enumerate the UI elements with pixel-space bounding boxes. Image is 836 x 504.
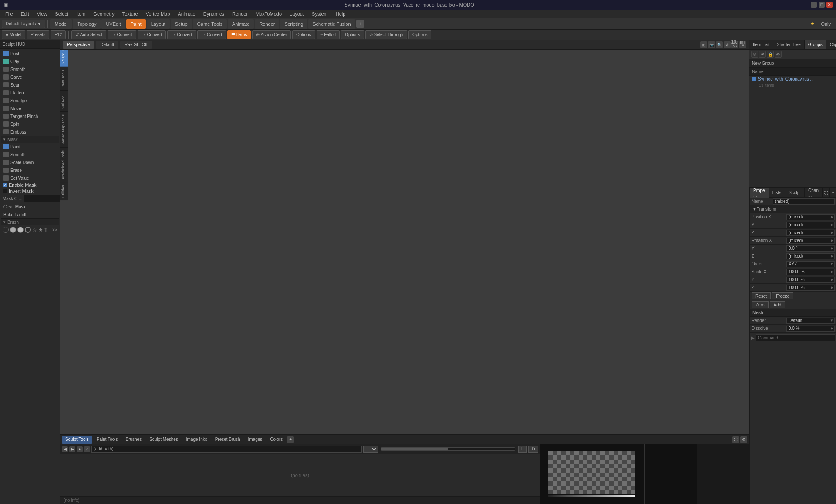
menu-item[interactable]: Item	[73, 11, 89, 17]
tool-spin[interactable]: Spin	[1, 120, 59, 128]
bottom-tab-brushes[interactable]: Brushes	[122, 436, 145, 444]
menu-view[interactable]: View	[34, 11, 51, 17]
bottom-tab-sculpt-tools[interactable]: Sculpt Tools	[62, 436, 92, 444]
scale-y-value[interactable]: 100.0 % ▶	[786, 277, 835, 283]
tab-schematic[interactable]: Schematic Fusion	[308, 19, 355, 29]
props-plus-icon[interactable]: +	[829, 188, 836, 198]
menu-texture[interactable]: Texture	[119, 11, 142, 17]
brush-dot-1[interactable]	[3, 227, 9, 233]
right-tab-clips[interactable]: Clips	[826, 40, 836, 50]
tab-render[interactable]: Render	[255, 19, 279, 29]
fp-f-button[interactable]: F	[518, 446, 527, 453]
rotation-y-value[interactable]: 0.0 ° ▶	[786, 245, 835, 252]
props-tab-sculpt[interactable]: Sculpt	[785, 188, 805, 198]
options-button-2[interactable]: Options	[341, 30, 364, 39]
brush-more-icon[interactable]: >>	[52, 228, 57, 232]
vp-tab-default[interactable]: Default	[96, 41, 118, 49]
tool-set-value[interactable]: Set Value	[1, 174, 59, 182]
tool-erase[interactable]: Erase	[1, 166, 59, 174]
scale-z-value[interactable]: 100.0 % ▶	[786, 285, 835, 291]
mode-toggle[interactable]: ● Model	[2, 30, 25, 39]
filepath-input[interactable]	[91, 446, 362, 453]
tool-bake-falloff[interactable]: Bake Falloff	[1, 211, 59, 218]
tab-model[interactable]: Model	[50, 19, 72, 29]
fp-back-button[interactable]: ◀	[62, 446, 68, 452]
tool-move[interactable]: Move	[1, 104, 59, 112]
rotation-x-value[interactable]: (mixed) ▶	[786, 238, 835, 244]
bottom-tab-images[interactable]: Images	[245, 436, 266, 444]
rotation-z-value[interactable]: (mixed) ▶	[786, 253, 835, 259]
position-y-value[interactable]: (mixed) ▶	[786, 222, 835, 228]
brush-text-icon[interactable]: T	[44, 227, 47, 232]
right-tab-groups[interactable]: Groups	[805, 40, 826, 50]
menu-render[interactable]: Render	[229, 11, 251, 17]
mask-section[interactable]: ▼ Mask	[1, 136, 59, 143]
tool-scale-down[interactable]: Scale Down	[1, 158, 59, 166]
tool-mask-smooth[interactable]: Smooth	[1, 151, 59, 158]
props-tab-lists[interactable]: Lists	[769, 188, 785, 198]
dissolve-value[interactable]: 0.0 % ▶	[786, 326, 835, 332]
freeze-button[interactable]: Freeze	[772, 292, 793, 299]
items-button[interactable]: ☰ Items	[227, 30, 251, 39]
item-icon-3[interactable]: 🔒	[767, 51, 774, 58]
brush-section[interactable]: ▼ Brush	[1, 218, 59, 225]
menu-dynamics[interactable]: Dynamics	[200, 11, 228, 17]
tab-animate[interactable]: Animate	[228, 19, 254, 29]
tool-scar[interactable]: Scar	[1, 81, 59, 89]
invert-mask-checkbox-row[interactable]: Invert Mask	[1, 188, 59, 194]
item-entry-1[interactable]: Syringe_with_Coronavirus ...	[749, 76, 836, 82]
menu-maxto[interactable]: MaxToModo	[252, 11, 285, 17]
bottom-tab-paint-tools[interactable]: Paint Tools	[93, 436, 121, 444]
auto-select-button[interactable]: ↺ Auto Select	[71, 30, 106, 39]
convert-button-3[interactable]: → Convert	[167, 30, 196, 39]
mask-opacity-input[interactable]	[24, 195, 60, 202]
props-expand-icon[interactable]: ⛶	[823, 188, 829, 198]
viewport[interactable]: Perspective Default Ray GL: Off ⊞ 📷 🔍 ⚙ …	[60, 40, 749, 50]
props-mesh-header[interactable]: Mesh	[750, 309, 836, 317]
menu-select[interactable]: Select	[51, 11, 72, 17]
item-icon-2[interactable]: 👁	[759, 51, 766, 58]
enable-mask-checkbox[interactable]: ✓	[3, 183, 7, 187]
bottom-tab-colors[interactable]: Colors	[266, 436, 286, 444]
minimize-button[interactable]: ─	[811, 2, 817, 8]
tab-scripting[interactable]: Scripting	[280, 19, 307, 29]
bottom-tab-sculpt-meshes[interactable]: Sculpt Meshes	[146, 436, 182, 444]
vp-icon-grid[interactable]: ⊞	[700, 41, 707, 48]
brush-dot-2[interactable]	[10, 227, 16, 233]
render-value[interactable]: Default ▼	[786, 318, 835, 324]
brush-dot-3[interactable]	[17, 227, 24, 233]
bottom-expand-icon[interactable]: ⛶	[732, 436, 739, 443]
secondary-icon-f12[interactable]: F12	[51, 30, 66, 39]
order-value[interactable]: XYZ ▼	[786, 261, 835, 267]
close-button[interactable]: ✕	[826, 2, 833, 8]
tool-smudge[interactable]: Smudge	[1, 97, 59, 104]
props-tab-properties[interactable]: Prope ...	[750, 188, 769, 198]
tool-carve[interactable]: Carve	[1, 73, 59, 81]
menu-edit[interactable]: Edit	[17, 11, 33, 17]
add-tab-button[interactable]: +	[356, 20, 364, 28]
presets-button[interactable]: Presets	[27, 30, 49, 39]
brush-star-2-icon[interactable]: ★	[38, 227, 43, 233]
menu-geometry[interactable]: Geometry	[90, 11, 118, 17]
tool-tangent-pinch[interactable]: Tangent Pinch	[1, 112, 59, 120]
fp-type-select[interactable]	[363, 446, 378, 453]
tab-game-tools[interactable]: Game Tools	[193, 19, 227, 29]
reset-button[interactable]: Reset	[752, 292, 771, 299]
props-transform-header[interactable]: ▼ Transform	[750, 205, 836, 213]
zero-button[interactable]: Zero	[752, 301, 769, 308]
add-button[interactable]: Add	[770, 301, 785, 308]
fp-home-button[interactable]: ⌂	[84, 446, 90, 452]
props-tab-chan[interactable]: Chan ...	[805, 188, 823, 198]
falloff-button[interactable]: ~ Falloff	[317, 30, 340, 39]
tab-topology[interactable]: Topology	[73, 19, 101, 29]
tool-mask-paint[interactable]: Paint	[1, 143, 59, 151]
tool-smooth-1[interactable]: Smooth	[1, 65, 59, 73]
menu-layout[interactable]: Layout	[286, 11, 307, 17]
menu-system[interactable]: System	[308, 11, 331, 17]
right-tab-item-list[interactable]: Item List	[749, 40, 773, 50]
item-icon-1[interactable]: ☉	[751, 51, 758, 58]
maximize-button[interactable]: □	[819, 2, 825, 8]
position-z-value[interactable]: (mixed) ▶	[786, 230, 835, 236]
bottom-tab-image-inks[interactable]: Image Inks	[182, 436, 211, 444]
menu-file[interactable]: File	[2, 11, 17, 17]
